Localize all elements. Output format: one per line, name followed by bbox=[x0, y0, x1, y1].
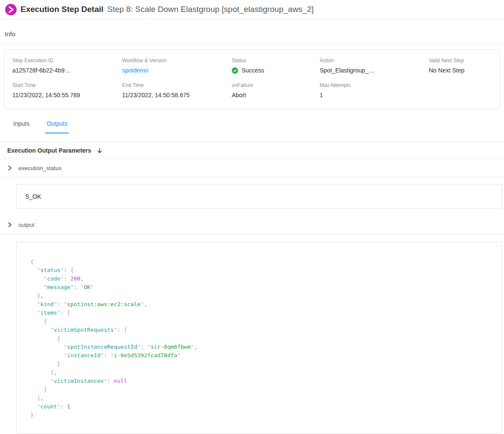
app-logo-icon bbox=[5, 4, 17, 15]
field-start-time: Start Time 11/23/2022, 14:50:55.789 bbox=[12, 82, 122, 98]
field-value: Spot_Elastigroup_… bbox=[320, 67, 429, 74]
field-onfailure: onFailure Abort bbox=[232, 82, 320, 98]
tab-bar: Inputs Outputs bbox=[12, 120, 504, 133]
field-end-time: End Time 11/23/2022, 14:50:58.675 bbox=[122, 82, 232, 98]
field-label: Valid Next Step bbox=[429, 58, 499, 64]
param-name: execution_status bbox=[18, 165, 61, 171]
field-label: Max Attempts bbox=[320, 82, 429, 88]
execution-status-value: S_OK bbox=[25, 193, 41, 200]
page-title: Execution Step Detail bbox=[20, 5, 103, 14]
divider bbox=[0, 234, 504, 234]
output-params-header: Execution Output Parameters bbox=[0, 142, 504, 159]
param-row-output[interactable]: output bbox=[0, 216, 504, 234]
param-row-execution-status[interactable]: execution_status bbox=[0, 159, 504, 177]
field-valid-next-step: Valid Next Step No Next Step bbox=[429, 58, 499, 74]
field-value: 11/23/2022, 14:50:55.789 bbox=[12, 92, 122, 98]
tab-outputs[interactable]: Outputs bbox=[45, 120, 69, 133]
step-subtitle: Step 8: Scale Down Elastgroup [spot_elas… bbox=[107, 5, 314, 14]
field-action: Action Spot_Elastigroup_… bbox=[320, 58, 429, 74]
header-bar: Execution Step Detail Step 8: Scale Down… bbox=[0, 0, 504, 19]
info-card: Step Execution ID a125728f-6b22-4b9… Wor… bbox=[4, 49, 500, 109]
output-json-box: { "status": { "code": 200, "message": "O… bbox=[16, 242, 502, 434]
success-check-icon bbox=[232, 67, 238, 74]
info-section-label: Info bbox=[5, 30, 504, 38]
field-value: 11/23/2022, 14:50:58.675 bbox=[122, 92, 232, 98]
chevron-right-icon bbox=[7, 222, 12, 227]
execution-status-value-box: S_OK bbox=[16, 184, 502, 209]
status-badge: Success bbox=[242, 67, 264, 74]
arrow-down-icon[interactable] bbox=[96, 148, 103, 154]
info-fields-grid: Step Execution ID a125728f-6b22-4b9… Wor… bbox=[12, 58, 499, 98]
field-workflow-version: Workflow & Version spotdemo bbox=[122, 58, 232, 74]
divider bbox=[0, 177, 504, 177]
output-json-code: { "status": { "code": 200, "message": "O… bbox=[30, 258, 489, 420]
workflow-link[interactable]: spotdemo bbox=[122, 67, 232, 74]
field-max-attempts: Max Attempts 1 bbox=[320, 82, 429, 98]
field-label: Start Time bbox=[12, 82, 122, 88]
field-label: End Time bbox=[122, 82, 232, 88]
field-label: Workflow & Version bbox=[122, 58, 232, 64]
tab-inputs[interactable]: Inputs bbox=[12, 120, 31, 133]
field-label: Action bbox=[320, 58, 429, 64]
field-value: 1 bbox=[320, 92, 429, 98]
field-label: Status bbox=[232, 58, 320, 64]
field-value: Abort bbox=[232, 92, 320, 98]
divider bbox=[0, 43, 504, 43]
field-value: No Next Step bbox=[429, 67, 499, 74]
field-label: onFailure bbox=[232, 82, 320, 88]
output-params-title: Execution Output Parameters bbox=[7, 147, 91, 154]
field-status: Status Success bbox=[232, 58, 320, 74]
field-step-execution-id: Step Execution ID a125728f-6b22-4b9… bbox=[12, 58, 122, 74]
field-value: a125728f-6b22-4b9… bbox=[12, 67, 122, 74]
field-label: Step Execution ID bbox=[12, 58, 122, 64]
chevron-right-icon bbox=[7, 165, 12, 171]
param-name: output bbox=[18, 222, 35, 228]
